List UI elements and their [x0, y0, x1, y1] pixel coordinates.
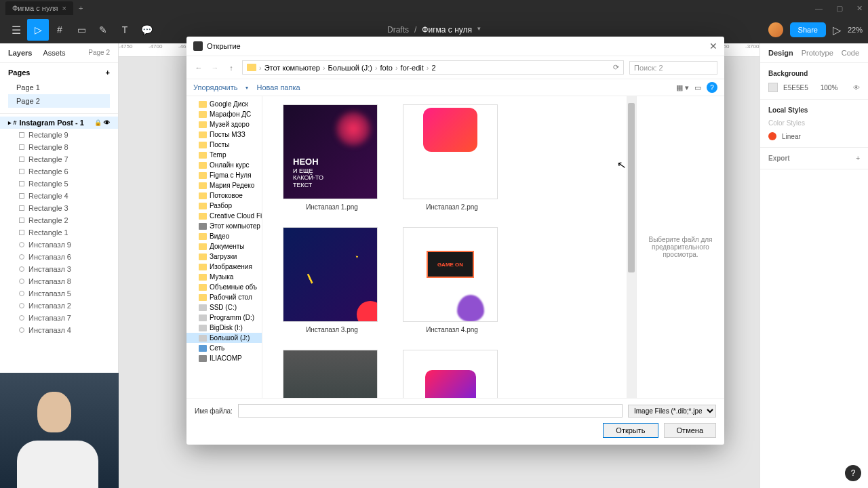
main-menu-icon[interactable]: ☰	[5, 24, 27, 37]
tab-code[interactable]: Code	[842, 49, 859, 57]
visibility-icon[interactable]: 👁	[853, 84, 860, 92]
help-icon[interactable]: ?	[707, 82, 717, 93]
layer-item[interactable]: Rectangle 3	[0, 202, 118, 214]
layer-item[interactable]: Инстапазл 7	[0, 312, 118, 324]
layer-item[interactable]: Инстапазл 3	[0, 263, 118, 275]
tree-item[interactable]: Потоковое	[186, 190, 262, 201]
open-button[interactable]: Открыть	[603, 423, 658, 438]
tree-item[interactable]: Онлайн курс	[186, 160, 262, 170]
minimize-icon[interactable]: —	[815, 4, 823, 13]
tree-item[interactable]: Temp	[186, 150, 262, 160]
layer-item[interactable]: Rectangle 8	[0, 141, 118, 153]
move-tool[interactable]: ▷	[27, 19, 49, 41]
tree-item[interactable]: Документы	[186, 241, 262, 251]
folder-tree[interactable]: Google ДискМарафон ДСМузей здороПосты МЗ…	[186, 96, 262, 398]
file-item[interactable]: Инстапазл 6.png	[403, 350, 501, 398]
search-input[interactable]: Поиск: 2	[629, 61, 717, 75]
page-item[interactable]: Page 2	[8, 94, 110, 108]
nav-forward-icon[interactable]: →	[210, 64, 220, 72]
maximize-icon[interactable]: ▢	[836, 4, 843, 13]
new-folder-button[interactable]: Новая папка	[256, 83, 300, 92]
tab-prototype[interactable]: Prototype	[802, 49, 833, 57]
layer-item[interactable]: Rectangle 6	[0, 165, 118, 178]
tree-item[interactable]: Изображения	[186, 262, 262, 272]
file-item[interactable]: НЕОНИ ЕЩЕКАКОЙ-ТОТЕКСТИнстапазл 1.png	[283, 104, 381, 211]
nav-up-icon[interactable]: ↑	[226, 64, 237, 72]
tree-item[interactable]: Музей здоро	[186, 119, 262, 129]
tree-item[interactable]: Загрузки	[186, 251, 262, 262]
shape-tool[interactable]: ▭	[71, 19, 92, 41]
tree-item[interactable]: Посты	[186, 140, 262, 150]
present-icon[interactable]: ▷	[833, 24, 841, 37]
tree-item[interactable]: Большой (J:)	[186, 333, 262, 343]
layer-item[interactable]: Инстапазл 2	[0, 300, 118, 312]
tab-assets[interactable]: Assets	[43, 49, 65, 57]
app-tab[interactable]: Фигма с нуля ×	[5, 1, 73, 15]
layer-item[interactable]: Инстапазл 9	[0, 239, 118, 251]
pen-tool[interactable]: ✎	[92, 19, 114, 41]
tab-design[interactable]: Design	[768, 49, 793, 57]
file-item[interactable]: Инстапазл 3.png	[283, 227, 381, 333]
bg-color-value[interactable]: E5E5E5	[783, 84, 808, 92]
layer-item[interactable]: Rectangle 2	[0, 214, 118, 226]
tree-item[interactable]: Figma с Нуля	[186, 170, 262, 180]
dialog-close-icon[interactable]: ✕	[709, 41, 717, 52]
scrollbar-thumb[interactable]	[628, 103, 635, 272]
tree-item[interactable]: Мария Редеко	[186, 180, 262, 190]
tree-item[interactable]: Видео	[186, 231, 262, 241]
new-tab-icon[interactable]: +	[79, 4, 83, 12]
tree-item[interactable]: Google Диск	[186, 99, 262, 109]
layer-item[interactable]: Rectangle 7	[0, 153, 118, 165]
tree-item[interactable]: BigDisk (I:)	[186, 323, 262, 333]
layer-item[interactable]: Rectangle 1	[0, 226, 118, 239]
layer-item[interactable]: Rectangle 5	[0, 178, 118, 190]
tree-item[interactable]: Creative Cloud Fil	[186, 211, 262, 221]
file-item[interactable]: НЕОНИ ЕЩЕКАКОЙ-ТОТЕКСТИнстапазл 5.png	[283, 350, 381, 398]
layer-item[interactable]: Инстапазл 8	[0, 275, 118, 287]
tree-item[interactable]: Этот компьютер	[186, 221, 262, 231]
zoom-level[interactable]: 22%	[848, 26, 863, 34]
layer-item[interactable]: Инстапазл 6	[0, 251, 118, 263]
breadcrumb-drafts[interactable]: Drafts	[387, 25, 409, 35]
tree-item[interactable]: ILIACOMP	[186, 353, 262, 363]
layer-item[interactable]: Rectangle 9	[0, 129, 118, 141]
frame-tool[interactable]: #	[49, 19, 71, 41]
text-tool[interactable]: T	[114, 19, 136, 41]
tree-item[interactable]: Марафон ДС	[186, 109, 262, 119]
tree-item[interactable]: Сеть	[186, 343, 262, 353]
file-item[interactable]: Инстапазл 2.png	[403, 104, 501, 211]
tree-item[interactable]: Музыка	[186, 272, 262, 282]
tab-layers[interactable]: Layers	[8, 49, 32, 57]
page-indicator[interactable]: Page 2	[88, 49, 110, 57]
frame-layer[interactable]: ▸ # Instagram Post - 1 🔒 👁	[0, 117, 118, 129]
organize-menu[interactable]: Упорядочить	[193, 83, 237, 92]
breadcrumb-project[interactable]: Фигма с нуля	[422, 25, 472, 35]
layer-item[interactable]: Инстапазл 4	[0, 324, 118, 336]
tab-close-icon[interactable]: ×	[62, 4, 66, 12]
file-item[interactable]: GAME ONИнстапазл 4.png	[403, 227, 501, 333]
address-bar[interactable]: ›Этот компьютер ›Большой (J:) ›foto ›for…	[242, 60, 624, 75]
bg-opacity[interactable]: 100%	[821, 84, 838, 92]
close-window-icon[interactable]: ✕	[856, 4, 863, 13]
add-export-icon[interactable]: +	[856, 155, 860, 162]
view-mode-icon[interactable]: ▦ ▾	[676, 83, 689, 92]
share-button[interactable]: Share	[790, 22, 826, 37]
tree-item[interactable]: Programm (D:)	[186, 312, 262, 323]
layer-item[interactable]: Rectangle 4	[0, 190, 118, 202]
tree-item[interactable]: Объемные объ	[186, 282, 262, 292]
help-fab[interactable]: ?	[845, 465, 861, 481]
tree-item[interactable]: Разбор	[186, 201, 262, 211]
tree-item[interactable]: SSD (C:)	[186, 302, 262, 312]
file-grid[interactable]: НЕОНИ ЕЩЕКАКОЙ-ТОТЕКСТИнстапазл 1.pngИнс…	[262, 96, 636, 398]
cancel-button[interactable]: Отмена	[664, 423, 716, 438]
tree-item[interactable]: Рабочий стол	[186, 292, 262, 302]
preview-pane-icon[interactable]: ▭	[694, 83, 701, 92]
style-swatch[interactable]	[768, 132, 776, 140]
filename-input[interactable]	[238, 404, 623, 418]
nav-back-icon[interactable]: ←	[193, 64, 204, 72]
filetype-select[interactable]: Image Files (*.dib;*.jpeg;*.webp	[628, 405, 716, 418]
bg-color-swatch[interactable]	[768, 83, 778, 92]
add-page-icon[interactable]: +	[106, 68, 110, 77]
page-item[interactable]: Page 1	[8, 81, 110, 94]
tree-item[interactable]: Посты МЗЗ	[186, 129, 262, 140]
